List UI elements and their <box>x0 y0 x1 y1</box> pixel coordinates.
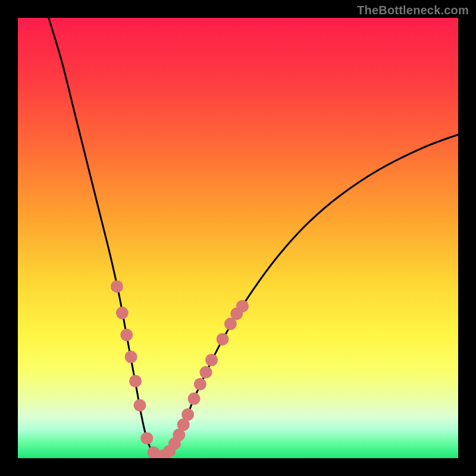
marker-dot <box>133 399 146 412</box>
marker-group <box>111 280 249 458</box>
marker-dot <box>120 328 133 341</box>
marker-dot <box>194 378 206 390</box>
outer-frame: TheBottleneck.com <box>0 0 476 476</box>
marker-dot <box>199 366 212 378</box>
marker-dot <box>125 350 137 363</box>
marker-dot <box>116 306 129 319</box>
chart-svg <box>18 18 458 458</box>
marker-dot <box>205 353 218 366</box>
attribution-text: TheBottleneck.com <box>357 4 469 17</box>
bottleneck-curve <box>49 18 458 458</box>
marker-dot <box>181 408 194 421</box>
marker-dot <box>129 375 142 387</box>
marker-dot <box>217 333 229 346</box>
marker-dot <box>140 432 153 444</box>
marker-dot <box>111 280 123 293</box>
marker-dot <box>188 393 201 405</box>
marker-dot <box>236 300 249 312</box>
plot-area <box>18 18 458 458</box>
